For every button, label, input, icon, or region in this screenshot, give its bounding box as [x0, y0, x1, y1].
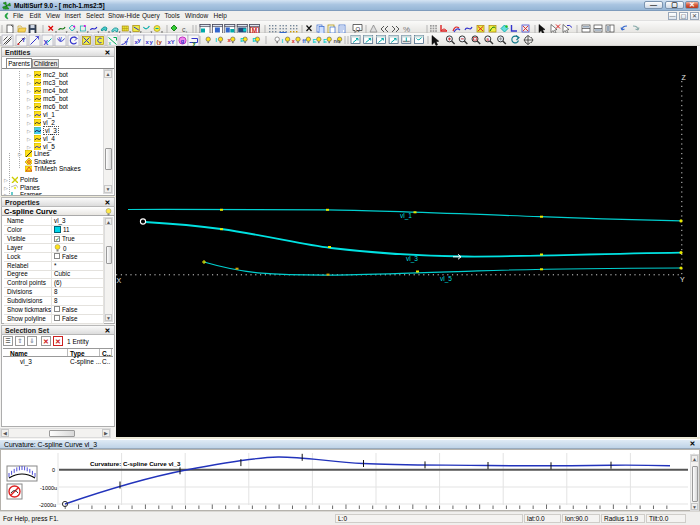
svg-text:E: E: [240, 37, 244, 43]
svg-text:c,: c,: [182, 26, 188, 33]
svg-text:vl_1: vl_1: [400, 212, 412, 220]
svg-text:xY: xY: [168, 39, 175, 45]
svg-text:E: E: [252, 37, 256, 43]
svg-text:g: g: [181, 38, 185, 44]
svg-text:X: X: [117, 277, 122, 284]
svg-text:no: no: [333, 38, 340, 44]
svg-text:vl_3: vl_3: [406, 255, 418, 263]
svg-text:E: E: [313, 38, 317, 44]
svg-text:-2000u: -2000u: [39, 502, 56, 508]
svg-text:(y: (y: [157, 39, 163, 45]
svg-text:I: I: [215, 37, 217, 43]
svg-text:Q: Q: [356, 26, 361, 32]
svg-text:Z: Z: [682, 74, 687, 81]
svg-text:E: E: [323, 38, 327, 44]
svg-text:-1000u: -1000u: [40, 485, 57, 491]
svg-text:0: 0: [52, 467, 55, 473]
svg-text:x: x: [292, 38, 296, 44]
svg-text:a: a: [486, 36, 489, 42]
svg-text:I: I: [281, 38, 283, 44]
svg-text:Y: Y: [22, 37, 26, 43]
svg-text:ff: ff: [302, 38, 306, 44]
svg-text:Y: Y: [680, 276, 685, 283]
svg-text:vl_5: vl_5: [440, 275, 452, 283]
svg-text:Curvature: C-spline Curve vl_3: Curvature: C-spline Curve vl_3: [90, 460, 181, 467]
